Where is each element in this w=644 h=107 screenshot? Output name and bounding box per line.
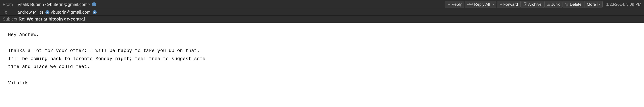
to-email-info-icon[interactable]: i [92, 10, 96, 14]
subject-row: Subject Re: We met at bitcoin de-central [0, 16, 644, 23]
reply-icon: ↩ [448, 2, 450, 7]
archive-button[interactable]: 🗄 Archive [521, 1, 544, 8]
to-header-row: To andrew Miller i vbuterin@gmail.com i [0, 9, 644, 16]
to-name: andrew Miller [18, 10, 44, 15]
reply-all-label: Reply All [474, 2, 490, 7]
email-header: From Vitalik Buterin <vbuterin@gmail.com… [0, 0, 644, 23]
subject-value: Re: We met at bitcoin de-central [18, 17, 85, 22]
junk-label: Junk [551, 2, 560, 7]
reply-all-dropdown-icon[interactable]: ▾ [491, 3, 494, 6]
forward-label: Forward [503, 2, 518, 7]
reply-label: Reply [452, 2, 462, 7]
email-body: Hey Andrew, Thanks a lot for your offer;… [0, 23, 644, 95]
junk-icon: ⚠ [547, 2, 550, 7]
subject-label: Subject [3, 17, 17, 22]
header-top-row: From Vitalik Buterin <vbuterin@gmail.com… [0, 0, 644, 9]
from-value: Vitalik Buterin <vbuterin@gmail.com> [18, 2, 90, 7]
from-row: From Vitalik Buterin <vbuterin@gmail.com… [3, 2, 96, 7]
from-info-icon[interactable]: i [92, 2, 96, 7]
delete-icon: 🗑 [565, 2, 569, 7]
archive-icon: 🗄 [524, 2, 527, 7]
forward-button[interactable]: ↪ Forward [497, 1, 520, 8]
junk-button[interactable]: ⚠ Junk [544, 1, 562, 8]
to-row: To andrew Miller i vbuterin@gmail.com i [3, 10, 96, 15]
reply-all-icon: ↩↩ [467, 2, 473, 7]
reply-button[interactable]: ↩ Reply [445, 1, 464, 8]
email-body-text: Hey Andrew, Thanks a lot for your offer;… [8, 31, 636, 87]
more-label: More [587, 2, 596, 7]
forward-icon: ↪ [499, 2, 502, 7]
more-dropdown-icon[interactable]: ▾ [598, 3, 600, 6]
reply-all-button[interactable]: ↩↩ Reply All ▾ [464, 1, 496, 8]
to-info-icon[interactable]: i [46, 10, 50, 14]
from-label: From [3, 2, 16, 7]
archive-label: Archive [528, 2, 542, 7]
timestamp: 1/23/2014, 3:09 PM [606, 2, 641, 7]
to-email: vbuterin@gmail.com [51, 10, 90, 15]
more-button[interactable]: More ▾ [584, 1, 602, 8]
delete-button[interactable]: 🗑 Delete [562, 1, 584, 8]
delete-label: Delete [570, 2, 581, 7]
toolbar: ↩ Reply ↩↩ Reply All ▾ ↪ Forward 🗄 Archi… [445, 1, 602, 8]
to-label: To [3, 10, 16, 15]
